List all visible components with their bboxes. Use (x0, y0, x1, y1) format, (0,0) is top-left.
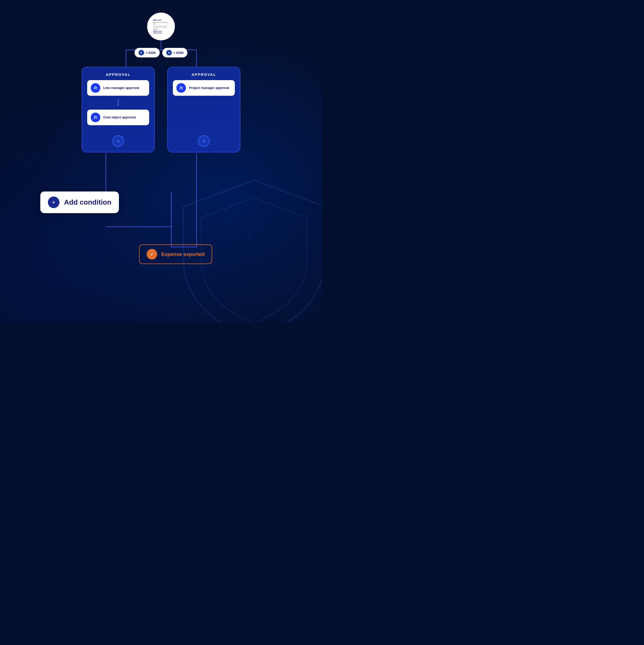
add-step-icon-right: + (202, 138, 206, 145)
expense-exported-label: Expense exported (161, 251, 205, 257)
project-manager-icon (176, 83, 186, 93)
euro-icon-less: € (166, 50, 172, 55)
receipt-line1: Wave Cars, 42 Junaid Street, Char (153, 22, 169, 26)
condition-badge-greater[interactable]: € > €200 (135, 48, 160, 57)
approval-box-left: APPROVAL Line manager approval (82, 67, 155, 153)
cost-object-label: Cost object approval (103, 116, 136, 120)
receipt-title: Wave Cars (153, 19, 169, 21)
approval-item-project-manager[interactable]: Project manager approval (173, 80, 235, 96)
add-step-icon-left: + (117, 138, 120, 145)
expense-check-icon: ✓ (147, 249, 157, 259)
checkmark: ✓ (150, 251, 154, 257)
add-condition-icon-label: + (52, 199, 55, 206)
approval-box-right: APPROVAL Project manager approval + (167, 67, 240, 153)
receipt-node: Wave Cars Wave Cars, 42 Junaid Street, C… (147, 13, 175, 40)
condition-label-less: < €200 (173, 51, 183, 55)
receipt-date: 02/02/24 (153, 29, 169, 30)
approval-title-left: APPROVAL (106, 72, 131, 76)
approval-item-cost-object[interactable]: Cost object approval (87, 110, 149, 125)
add-step-button-right[interactable]: + (198, 135, 210, 147)
svg-point-31 (94, 116, 96, 117)
condition-badge-less[interactable]: € < €200 (162, 48, 187, 57)
expense-exported-node[interactable]: ✓ Expense exported (139, 244, 212, 264)
svg-point-27 (94, 86, 96, 88)
dots-separator (118, 99, 119, 106)
add-condition-plus-icon: + (48, 197, 59, 208)
receipt-item2: AIRPORT TAXI 2 (153, 32, 169, 34)
receipt-line2: 14 234, London, W4 4NQV (153, 26, 169, 28)
approval-item-line-manager[interactable]: Line manager approval (87, 80, 149, 96)
add-condition-button[interactable]: + Add condition (40, 192, 119, 213)
cost-object-icon (91, 113, 100, 122)
line-manager-icon (91, 83, 100, 93)
condition-badges: € > €200 € < €200 (135, 48, 187, 57)
svg-point-35 (180, 86, 181, 88)
add-condition-label: Add condition (64, 198, 112, 206)
add-step-button-left[interactable]: + (113, 135, 124, 147)
euro-icon-greater: € (139, 50, 144, 55)
approvals-row: APPROVAL Line manager approval (82, 67, 240, 153)
approval-title-right: APPROVAL (192, 72, 216, 76)
line-manager-label: Line manager approval (103, 86, 139, 90)
project-manager-label: Project manager approval (189, 86, 229, 90)
condition-label-greater: > €200 (146, 51, 156, 55)
